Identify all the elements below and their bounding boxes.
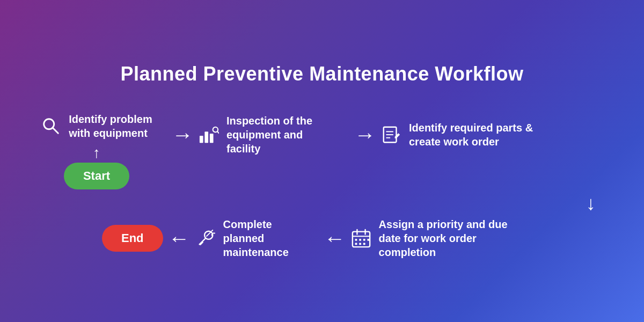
svg-rect-23: [355, 243, 357, 245]
svg-rect-22: [363, 239, 365, 241]
page-title: Planned Preventive Maintenance Workflow: [120, 63, 523, 85]
svg-rect-24: [359, 243, 361, 245]
start-section: ↑ Start: [64, 145, 129, 189]
step-2-label: Inspection of theequipment andfacility: [226, 114, 312, 156]
svg-rect-3: [204, 131, 208, 143]
svg-line-6: [217, 131, 219, 133]
vertical-connector: ↓: [27, 194, 617, 213]
start-button[interactable]: Start: [64, 163, 129, 189]
wrench-icon: [195, 228, 216, 248]
step-5-label: Completeplannedmaintenance: [223, 217, 289, 259]
svg-rect-25: [363, 243, 365, 245]
svg-rect-2: [200, 136, 203, 143]
step-5: Completeplannedmaintenance: [195, 217, 319, 259]
svg-line-1: [53, 128, 58, 133]
search-icon: [41, 116, 61, 136]
svg-line-12: [206, 232, 210, 237]
arrow-down: ↓: [586, 194, 596, 213]
svg-rect-4: [210, 134, 214, 143]
svg-rect-21: [359, 239, 361, 241]
arrow-left-2: ←: [324, 226, 346, 251]
step-2: Inspection of theequipment andfacility: [199, 114, 349, 156]
arrow-right-1: →: [172, 123, 193, 147]
end-button[interactable]: End: [102, 225, 163, 252]
workflow-row-bottom: End ← Completeplannedmaintenance ←: [27, 217, 617, 259]
step-1-label: Identify problemwith equipment: [69, 112, 152, 140]
svg-rect-20: [355, 239, 357, 241]
step-3: Identify required parts &create work ord…: [381, 121, 542, 149]
workflow-row-top: Identify problemwith equipment ↑ Start →…: [27, 112, 617, 189]
svg-line-13: [211, 230, 213, 231]
arrow-up: ↑: [93, 145, 100, 160]
workflow-container: Identify problemwith equipment ↑ Start →…: [27, 112, 617, 259]
step-3-label: Identify required parts &create work ord…: [409, 121, 533, 149]
step-4-label: Assign a priority and duedate for work o…: [379, 217, 508, 259]
svg-rect-26: [367, 239, 369, 241]
calendar-icon: [351, 228, 371, 248]
chart-inspect-icon: [199, 125, 219, 145]
step-4: Assign a priority and duedate for work o…: [351, 217, 517, 259]
step-1: Identify problemwith equipment: [41, 112, 152, 140]
arrow-right-2: →: [354, 123, 376, 147]
edit-icon: [381, 125, 401, 145]
arrow-left-1: ←: [169, 226, 190, 251]
